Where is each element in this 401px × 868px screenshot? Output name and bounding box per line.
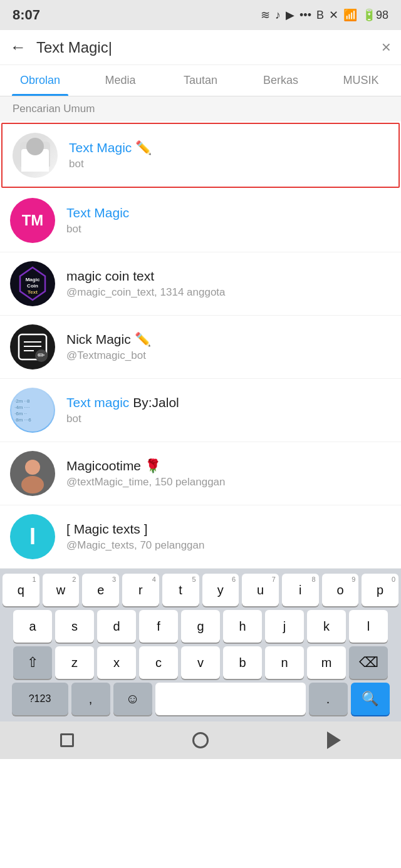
keyboard-row-1: q1 w2 e3 r4 t5 y6 u7 i8 o9 p0 (3, 574, 398, 606)
svg-text:Coin: Coin (27, 283, 38, 289)
avatar-textmagic-1 (13, 133, 58, 178)
tiktok-icon: ♪ (275, 9, 281, 22)
key-e[interactable]: e3 (82, 574, 119, 606)
key-a[interactable]: a (13, 610, 52, 643)
tab-obrolan[interactable]: Obrolan (0, 65, 80, 96)
result-info-3: magic coin text @magic_coin_text, 1314 a… (66, 269, 391, 299)
tab-tautan[interactable]: Tautan (160, 65, 241, 96)
key-emoji[interactable]: ☺ (113, 683, 152, 715)
result-name-5: Text magic By:Jalol (66, 395, 391, 410)
key-i[interactable]: i8 (282, 574, 319, 606)
svg-text:Text: Text (28, 289, 38, 295)
search-input-wrapper: Text Magic (36, 39, 372, 56)
svg-point-18 (25, 460, 40, 475)
key-c[interactable]: c (139, 646, 178, 679)
key-space[interactable] (155, 683, 306, 715)
key-t[interactable]: t5 (162, 574, 199, 606)
result-name-7: [ Magic texts ] (66, 522, 391, 537)
bluetooth-icon: B (316, 9, 324, 22)
key-l[interactable]: l (349, 610, 388, 643)
avatar-jalol: ·2m ··8 ·4m ···· ·6m ·· ·8m ···6 (10, 388, 55, 433)
result-sub-2: bot (66, 223, 391, 235)
svg-point-12 (11, 389, 54, 431)
bottom-nav (0, 721, 401, 759)
nav-recent-apps[interactable] (51, 729, 83, 752)
result-sub-5: bot (66, 413, 391, 425)
section-label: Pencarian Umum (0, 96, 401, 121)
search-header: ← Text Magic × (0, 30, 401, 65)
nav-home[interactable] (185, 729, 216, 752)
key-x[interactable]: x (97, 646, 136, 679)
result-sub-7: @Magic_texts, 70 pelanggan (66, 539, 391, 552)
key-g[interactable]: g (181, 610, 220, 643)
key-d[interactable]: d (97, 610, 136, 643)
result-sub-4: @Textmagic_bot (66, 349, 391, 362)
key-n[interactable]: n (265, 646, 304, 679)
tab-media[interactable]: Media (80, 65, 160, 96)
tabs-bar: Obrolan Media Tautan Berkas MUSIK (0, 65, 401, 96)
key-b[interactable]: b (223, 646, 262, 679)
status-time: 8:07 (13, 7, 40, 23)
back-button[interactable]: ← (10, 38, 26, 57)
svg-text:·4m ····: ·4m ···· (14, 405, 29, 410)
key-search[interactable]: 🔍 (351, 683, 390, 715)
keyboard: q1 w2 e3 r4 t5 y6 u7 i8 o9 p0 a s d f g … (0, 569, 401, 721)
svg-text:Magic: Magic (26, 277, 40, 282)
result-item-textmagic-bot-1[interactable]: Text Magic ✏️ bot (1, 123, 400, 188)
key-123[interactable]: ?123 (12, 683, 68, 715)
tab-berkas[interactable]: Berkas (241, 65, 321, 96)
svg-text:·6m ··: ·6m ·· (14, 411, 27, 416)
key-comma[interactable]: , (71, 683, 110, 715)
close-button[interactable]: × (382, 38, 391, 57)
key-f[interactable]: f (139, 610, 178, 643)
keyboard-row-3: ⇧ z x c v b n m ⌫ (3, 646, 398, 679)
result-item-magic-coin-text[interactable]: Magic Coin Text magic coin text @magic_c… (0, 252, 401, 316)
result-sub-6: @textMagic_time, 150 pelanggan (66, 476, 391, 488)
svg-text:·2m ··8: ·2m ··8 (14, 398, 30, 404)
avatar-mct: Magic Coin Text (10, 261, 55, 306)
x-icon: ✕ (329, 8, 338, 22)
recent-apps-icon (60, 733, 74, 747)
key-p[interactable]: p0 (362, 574, 398, 606)
avatar-moo (10, 451, 55, 496)
result-name-3: magic coin text (66, 269, 391, 284)
search-input[interactable]: Text Magic (36, 39, 112, 56)
keyboard-row-4: ?123 , ☺ . 🔍 (3, 683, 398, 715)
result-info-1: Text Magic ✏️ bot (69, 140, 388, 170)
key-shift[interactable]: ⇧ (13, 646, 52, 679)
key-q[interactable]: q1 (3, 574, 39, 606)
key-w[interactable]: w2 (43, 574, 80, 606)
status-bar: 8:07 ≋ ♪ ▶ ••• B ✕ 📶 🔋98 (0, 0, 401, 30)
key-m[interactable]: m (307, 646, 346, 679)
key-backspace[interactable]: ⌫ (349, 646, 388, 679)
key-k[interactable]: k (307, 610, 346, 643)
key-h[interactable]: h (223, 610, 262, 643)
result-item-magic-texts[interactable]: I [ Magic texts ] @Magic_texts, 70 pelan… (0, 505, 401, 569)
key-r[interactable]: r4 (122, 574, 159, 606)
youtube-icon: ▶ (286, 8, 294, 22)
result-name-1: Text Magic ✏️ (69, 140, 388, 155)
avatar-tm: TM (10, 198, 55, 243)
nav-back[interactable] (318, 729, 350, 752)
key-j[interactable]: j (265, 610, 304, 643)
key-z[interactable]: z (55, 646, 94, 679)
sim-icon: ≋ (261, 8, 270, 22)
result-item-nick-magic[interactable]: ✏ Nick Magic ✏️ @Textmagic_bot (0, 316, 401, 379)
key-o[interactable]: o9 (322, 574, 359, 606)
home-icon (192, 732, 209, 748)
key-s[interactable]: s (55, 610, 94, 643)
key-y[interactable]: y6 (202, 574, 239, 606)
svg-text:·8m ···6: ·8m ···6 (14, 417, 31, 423)
avatar-nick: ✏ (10, 324, 55, 369)
tab-musik[interactable]: MUSIK (321, 65, 401, 96)
key-period[interactable]: . (309, 683, 348, 715)
result-item-jalol[interactable]: ·2m ··8 ·4m ···· ·6m ·· ·8m ···6 Text ma… (0, 379, 401, 442)
battery-icon: 🔋98 (362, 8, 388, 22)
result-info-6: Magicootime 🌹 @textMagic_time, 150 pelan… (66, 458, 391, 488)
status-icons: ≋ ♪ ▶ ••• B ✕ 📶 🔋98 (261, 8, 388, 22)
key-u[interactable]: u7 (242, 574, 279, 606)
result-item-magicootime[interactable]: Magicootime 🌹 @textMagic_time, 150 pelan… (0, 442, 401, 505)
result-sub-1: bot (69, 158, 388, 170)
result-item-textmagic-bot-2[interactable]: TM Text Magic bot (0, 189, 401, 252)
key-v[interactable]: v (181, 646, 220, 679)
